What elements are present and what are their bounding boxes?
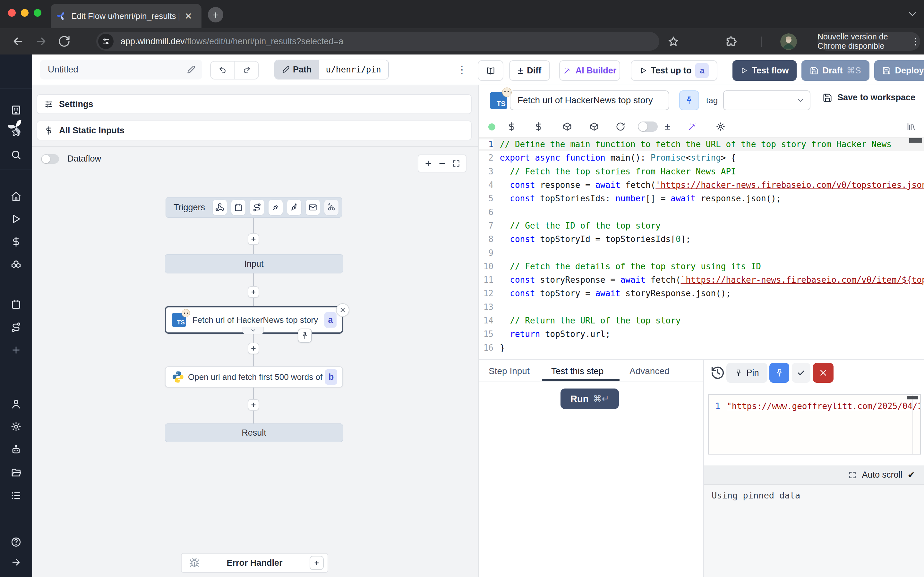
sidebar-item-resources[interactable]: [11, 259, 21, 271]
error-handler-node[interactable]: Error Handler: [181, 553, 328, 573]
browser-menu-kebab-icon[interactable]: ⋮: [911, 36, 920, 47]
site-info-icon[interactable]: [98, 34, 113, 49]
path-group[interactable]: Path u/henri/pin: [274, 60, 389, 79]
auto-scroll-label[interactable]: Auto scroll: [862, 470, 902, 480]
reload-icon[interactable]: [58, 35, 71, 48]
browser-tab[interactable]: Edit Flow u/henri/pin_results | ✕: [51, 4, 202, 28]
sidebar-item-favorites[interactable]: [11, 127, 21, 138]
poll-trigger-icon[interactable]: [325, 200, 338, 215]
static-inputs-icon[interactable]: [505, 120, 518, 133]
reset-icon[interactable]: [614, 120, 627, 133]
docs-button[interactable]: [478, 60, 503, 81]
zoom-out-icon[interactable]: [438, 159, 446, 168]
profile-avatar[interactable]: [780, 33, 797, 50]
add-step-button[interactable]: [248, 343, 259, 354]
package-icon[interactable]: [588, 120, 601, 133]
save-to-workspace-button[interactable]: Save to workspace: [822, 93, 915, 103]
variables-icon[interactable]: [532, 120, 545, 133]
schedule-trigger-icon[interactable]: [231, 200, 246, 215]
ai-wand-icon[interactable]: [686, 120, 699, 133]
add-step-button[interactable]: [248, 234, 259, 245]
tag-select[interactable]: [723, 90, 811, 110]
resources-icon[interactable]: [561, 120, 573, 133]
triggers-node[interactable]: Triggers: [166, 197, 342, 218]
expand-icon[interactable]: [848, 471, 857, 479]
path-button[interactable]: Path: [275, 60, 319, 79]
add-step-button[interactable]: [248, 286, 259, 298]
flow-settings-row[interactable]: Settings: [37, 94, 472, 114]
sidebar-item-schedules[interactable]: [11, 299, 21, 309]
sidebar-item-settings[interactable]: [11, 421, 21, 432]
pin-active-button[interactable]: [769, 363, 789, 383]
extensions-icon[interactable]: [725, 35, 737, 48]
sidebar-item-user[interactable]: [11, 398, 21, 409]
edit-pencil-icon[interactable]: [187, 65, 196, 74]
pinned-data-badge[interactable]: [298, 329, 312, 343]
sidebar-item-variables[interactable]: [11, 236, 21, 247]
editor-toggle[interactable]: [638, 121, 658, 132]
run-button[interactable]: Run ⌘↵: [561, 388, 619, 409]
sidebar-collapse-icon[interactable]: [11, 557, 21, 568]
plus-minus-icon[interactable]: ±: [661, 120, 674, 133]
tab-test-this-step[interactable]: Test this step: [551, 362, 604, 380]
sidebar-item-home[interactable]: [11, 191, 21, 202]
all-static-inputs-row[interactable]: All Static Inputs: [37, 121, 472, 140]
tab-step-input[interactable]: Step Input: [489, 362, 530, 380]
flow-name-input[interactable]: Untitled: [40, 60, 202, 79]
test-up-to-button[interactable]: Test up to a: [631, 60, 717, 81]
maximize-window-button[interactable]: [34, 9, 41, 17]
pinned-data-editor[interactable]: 1"https://www.geoffreylitt.com/2025/04/1…: [708, 394, 921, 455]
kafka-trigger-icon[interactable]: [287, 200, 301, 215]
close-button[interactable]: [813, 363, 834, 383]
back-icon[interactable]: [11, 35, 24, 48]
ai-builder-button[interactable]: AI Builder: [559, 60, 620, 81]
toolbar-kebab-button[interactable]: ⋮: [454, 61, 470, 77]
tab-close-icon[interactable]: ✕: [184, 11, 192, 21]
step-node-b[interactable]: Open url and fetch first 500 words of ..…: [165, 366, 343, 388]
input-node[interactable]: Input: [165, 254, 343, 274]
email-trigger-icon[interactable]: [306, 200, 320, 215]
close-window-button[interactable]: [8, 9, 16, 17]
deploy-button[interactable]: Deploy: [874, 60, 924, 81]
zoom-in-icon[interactable]: [424, 159, 433, 168]
add-step-button[interactable]: [248, 399, 259, 411]
sidebar-item-folders[interactable]: [11, 467, 21, 478]
result-node[interactable]: Result: [165, 424, 343, 442]
sidebar-item-search[interactable]: [11, 149, 21, 160]
scrollbar-thumb[interactable]: [907, 396, 918, 400]
sidebar-item-runs[interactable]: [11, 213, 21, 224]
window-chevron-down-icon[interactable]: [907, 8, 918, 20]
library-icon[interactable]: [905, 120, 918, 133]
chrome-update-chip[interactable]: Nouvelle version de Chrome disponible ⋮: [817, 32, 920, 51]
bookmark-star-icon[interactable]: [667, 35, 680, 48]
save-draft-button[interactable]: Draft ⌘S: [801, 60, 869, 81]
new-tab-button[interactable]: +: [208, 7, 223, 23]
sidebar-item-add[interactable]: [11, 345, 21, 356]
address-bar[interactable]: app.windmill.dev/flows/edit/u/henri/pin_…: [96, 32, 659, 51]
pin-button[interactable]: Pin: [726, 363, 767, 383]
webhook-trigger-icon[interactable]: [213, 200, 227, 215]
editor-settings-icon[interactable]: [714, 120, 727, 133]
tab-advanced[interactable]: Advanced: [630, 362, 670, 380]
add-error-handler-button[interactable]: [310, 556, 324, 570]
check-icon[interactable]: ✔: [908, 470, 915, 480]
redo-button[interactable]: [234, 61, 258, 79]
scrollbar-thumb[interactable]: [909, 138, 922, 143]
sidebar-item-help[interactable]: [11, 537, 21, 548]
test-flow-button[interactable]: Test flow: [732, 60, 796, 81]
forward-icon[interactable]: [35, 35, 47, 48]
collapse-step-button[interactable]: [242, 327, 264, 334]
sidebar-item-routes[interactable]: [11, 322, 21, 333]
sidebar-item-workspace[interactable]: [11, 105, 21, 115]
dataflow-toggle[interactable]: [41, 154, 59, 164]
step-title-input[interactable]: Fetch url of HackerNews top story: [510, 90, 669, 110]
minimize-window-button[interactable]: [21, 9, 29, 17]
route-trigger-icon[interactable]: [250, 200, 264, 215]
sidebar-item-groups[interactable]: [11, 490, 21, 501]
sidebar-item-ai-bot[interactable]: [11, 444, 21, 455]
pin-toggle-button[interactable]: [679, 90, 699, 110]
diff-button[interactable]: ± Diff: [509, 60, 550, 81]
history-icon[interactable]: [710, 366, 725, 380]
websocket-trigger-icon[interactable]: [268, 200, 283, 215]
remove-step-button[interactable]: [336, 303, 349, 317]
